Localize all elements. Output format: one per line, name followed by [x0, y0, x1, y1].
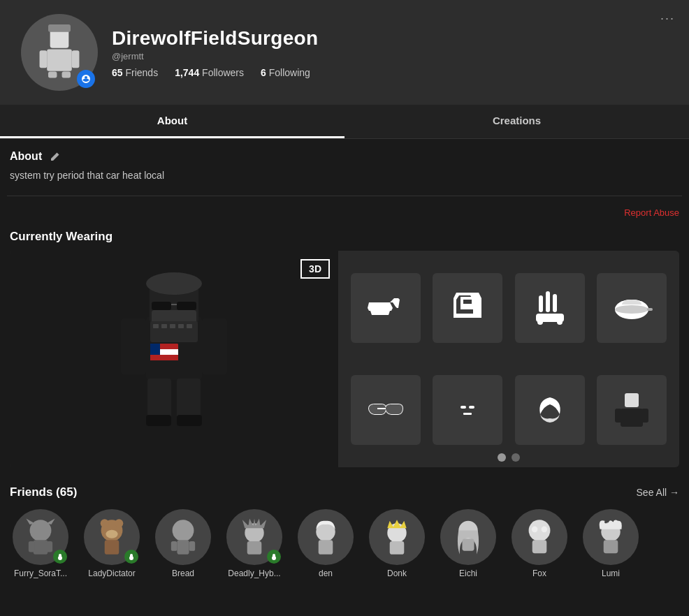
about-heading: About: [10, 150, 679, 163]
carousel-dot-1[interactable]: [498, 453, 506, 462]
friend-item[interactable]: den: [295, 509, 356, 578]
svg-rect-27: [161, 324, 167, 328]
svg-point-77: [542, 527, 548, 533]
svg-rect-30: [187, 324, 192, 328]
svg-point-61: [173, 520, 194, 541]
friend-item[interactable]: Fox: [509, 509, 570, 578]
friend-avatar-wrap: [369, 509, 425, 565]
friend-item[interactable]: Furry_SoraT...: [10, 509, 71, 578]
svg-rect-19: [177, 415, 202, 426]
friend-avatar: [583, 509, 639, 565]
toggle-3d-button[interactable]: 3D: [300, 259, 330, 279]
wearing-section: Currently Wearing 3D: [7, 223, 682, 478]
svg-rect-2: [40, 50, 48, 68]
svg-rect-62: [177, 540, 189, 555]
svg-point-57: [106, 530, 117, 538]
svg-rect-47: [641, 409, 648, 423]
friend-online-badge: [124, 550, 138, 564]
friend-online-badge: [53, 550, 67, 564]
friend-name: LadyDictator: [88, 569, 135, 578]
wearing-item-1[interactable]: [351, 273, 421, 343]
about-bio: system try period that car heat local: [10, 168, 679, 183]
friend-avatar-wrap: [226, 509, 282, 565]
followers-stat[interactable]: 1,744 Followers: [175, 67, 244, 78]
avatar-badge: [77, 70, 95, 88]
friend-name: Deadly_Hyb...: [228, 569, 280, 578]
friend-avatar: [369, 509, 425, 565]
wearing-item-7[interactable]: [515, 375, 585, 445]
friend-item[interactable]: Deadly_Hyb...: [224, 509, 285, 578]
see-all-link[interactable]: See All →: [637, 487, 679, 498]
svg-rect-39: [647, 308, 653, 311]
svg-rect-45: [621, 409, 643, 427]
friend-avatar-wrap: [298, 509, 354, 565]
svg-rect-51: [47, 541, 53, 552]
report-abuse-row: Report Abuse: [7, 202, 682, 223]
carousel-dots: [498, 453, 520, 462]
svg-point-55: [101, 519, 109, 527]
profile-username: DirewolfFieldSurgeon: [112, 27, 668, 50]
svg-point-9: [146, 272, 202, 295]
svg-rect-80: [604, 540, 618, 553]
svg-rect-46: [615, 409, 622, 423]
wearing-item-3[interactable]: [515, 273, 585, 343]
svg-rect-32: [553, 294, 557, 312]
tab-about[interactable]: About: [0, 105, 344, 138]
friend-avatar-wrap: [440, 509, 496, 565]
friends-header: Friends (65) See All →: [10, 485, 679, 499]
main-content: About system try period that car heat lo…: [0, 139, 689, 592]
wearing-item-6[interactable]: [433, 375, 502, 445]
wearing-item-5[interactable]: [351, 375, 421, 445]
wearing-item-4[interactable]: [597, 273, 667, 343]
svg-rect-11: [177, 302, 196, 310]
friend-avatar: [298, 509, 354, 565]
svg-rect-14: [121, 318, 146, 374]
friend-item[interactable]: LadyDictator: [81, 509, 143, 578]
svg-rect-44: [625, 393, 639, 407]
svg-rect-23: [150, 355, 178, 360]
wearing-item-2[interactable]: [433, 273, 502, 343]
wearing-heading: Currently Wearing: [10, 230, 679, 244]
following-stat[interactable]: 6 Following: [261, 67, 310, 78]
wearing-item-8[interactable]: [597, 375, 667, 445]
svg-rect-78: [532, 540, 547, 553]
svg-rect-70: [319, 540, 333, 555]
friend-avatar-wrap: [583, 509, 639, 565]
svg-rect-3: [72, 50, 80, 68]
friend-item[interactable]: Eichi: [437, 509, 499, 578]
svg-rect-43: [463, 413, 472, 415]
friend-name: Donk: [387, 569, 407, 578]
profile-info: DirewolfFieldSurgeon @jermtt 65 Friends …: [112, 27, 668, 78]
carousel-dot-2[interactable]: [512, 453, 520, 462]
svg-rect-17: [177, 379, 201, 420]
svg-rect-0: [50, 29, 69, 48]
about-divider: [7, 196, 682, 196]
svg-rect-5: [62, 72, 71, 78]
svg-rect-24: [150, 344, 160, 355]
friend-avatar: [155, 509, 211, 565]
report-abuse-link[interactable]: Report Abuse: [624, 207, 679, 218]
friend-item[interactable]: Donk: [366, 509, 428, 578]
friend-name: Eichi: [459, 569, 477, 578]
friend-item[interactable]: Bread: [152, 509, 214, 578]
friend-avatar-wrap: [155, 509, 211, 565]
friends-stat[interactable]: 65 Friends: [112, 67, 158, 78]
svg-rect-18: [146, 415, 171, 426]
svg-rect-26: [153, 324, 159, 328]
friend-name: Fox: [532, 569, 546, 578]
svg-point-35: [537, 319, 543, 325]
svg-point-38: [615, 305, 648, 314]
friend-item[interactable]: Lumi: [580, 509, 641, 578]
svg-rect-49: [34, 540, 48, 555]
svg-point-76: [532, 527, 538, 533]
svg-rect-64: [189, 541, 196, 551]
svg-rect-68: [273, 554, 275, 558]
friend-name: Lumi: [602, 569, 620, 578]
svg-rect-15: [202, 318, 227, 374]
tab-creations[interactable]: Creations: [344, 105, 689, 138]
friend-avatar: [512, 509, 567, 565]
friends-heading: Friends (65): [10, 485, 77, 499]
wearing-items-grid: [338, 251, 679, 467]
edit-about-icon[interactable]: [50, 152, 60, 161]
more-options-button[interactable]: ···: [660, 11, 675, 26]
